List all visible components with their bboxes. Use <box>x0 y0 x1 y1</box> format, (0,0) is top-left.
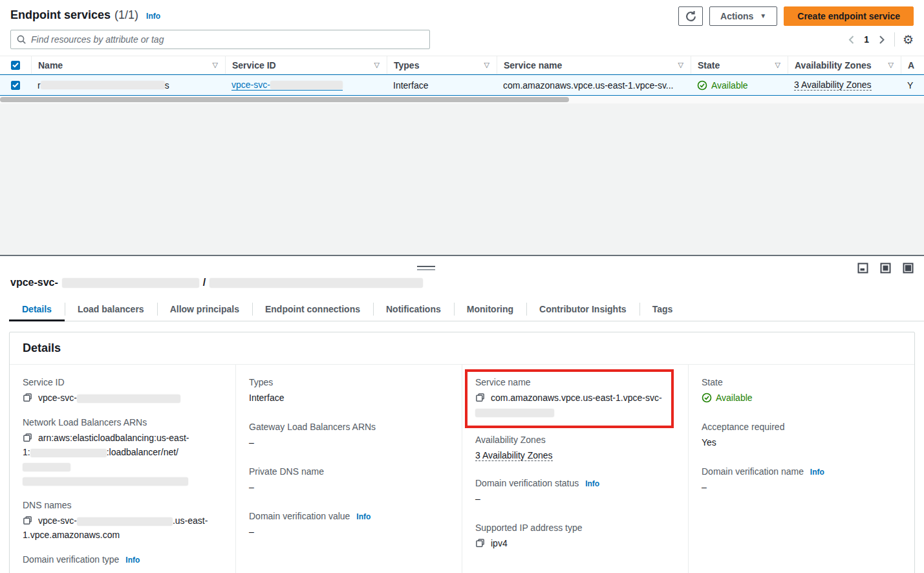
name-text: s <box>165 80 169 91</box>
tab-details[interactable]: Details <box>9 299 65 321</box>
field-label: Domain verification status Info <box>475 478 675 488</box>
tab-endpoint-connections[interactable]: Endpoint connections <box>252 299 373 321</box>
field-label-text: Domain verification value <box>249 511 350 521</box>
detail-tabs: Details Load balancers Allow principals … <box>9 299 924 321</box>
redacted-service-name-tail <box>475 409 554 417</box>
field-label: Availability Zones <box>475 435 675 445</box>
copy-icon[interactable] <box>475 538 485 548</box>
split-panel-drag-handle[interactable] <box>417 266 435 270</box>
field-types: Types Interface <box>249 377 449 405</box>
next-page-button[interactable] <box>877 34 886 46</box>
check-circle-icon <box>697 80 707 91</box>
service-id-link[interactable]: vpce-svc- <box>231 80 343 91</box>
check-icon <box>12 62 19 68</box>
horizontal-scrollbar-thumb[interactable] <box>0 97 569 102</box>
info-link[interactable]: Info <box>125 556 140 565</box>
tab-load-balancers[interactable]: Load balancers <box>65 299 157 321</box>
previous-page-button[interactable] <box>846 34 856 46</box>
tab-notifications[interactable]: Notifications <box>373 299 454 321</box>
panel-size-half-icon[interactable] <box>880 263 891 274</box>
field-domain-verification-value: Domain verification value Info – <box>249 511 449 539</box>
field-value: – <box>702 480 901 494</box>
table-header-row: Name ▽ Service ID ▽ Types ▽ Service name… <box>0 56 924 74</box>
redacted-dns-id <box>77 517 173 526</box>
field-value: – <box>249 524 449 539</box>
header-info-link[interactable]: Info <box>146 12 160 21</box>
page-header: Endpoint services (1/1) Info Actions ▼ C… <box>0 0 924 27</box>
info-link[interactable]: Info <box>585 479 599 488</box>
field-service-name: Service name com.amazonaws.vpce.us-east-… <box>475 377 665 419</box>
field-dns-names: DNS names vpce-svc-.us-east- 1.vpce.amaz… <box>23 500 222 542</box>
field-domain-verification-name: Domain verification name Info – <box>702 466 901 494</box>
copy-icon[interactable] <box>23 433 32 442</box>
field-value: com.amazonaws.vpce.us-east-1.vpce-svc- <box>475 391 665 419</box>
page-number[interactable]: 1 <box>864 34 869 45</box>
info-link[interactable]: Info <box>810 468 824 477</box>
details-card-heading: Details <box>10 332 914 365</box>
availability-zones-link[interactable]: 3 Availability Zones <box>794 80 872 91</box>
state-label: Available <box>716 391 753 405</box>
actions-button[interactable]: Actions ▼ <box>709 6 777 26</box>
field-label: Private DNS name <box>249 466 449 477</box>
field-label: Domain verification value Info <box>249 511 449 521</box>
split-panel: vpce-svc- / Details Load balancers Allow… <box>0 255 924 573</box>
caret-down-icon: ▼ <box>760 13 766 19</box>
field-label: DNS names <box>23 500 222 510</box>
create-endpoint-service-button[interactable]: Create endpoint service <box>784 6 914 26</box>
column-header-acceptance: A <box>901 56 924 74</box>
content-background <box>0 103 924 255</box>
field-value: Yes <box>702 435 901 449</box>
chevron-right-icon <box>878 35 885 45</box>
row-select-cell <box>0 75 31 95</box>
sort-icon[interactable]: ▽ <box>775 61 781 69</box>
sort-icon[interactable]: ▽ <box>678 61 684 69</box>
table-settings-gear-icon[interactable]: ⚙ <box>903 34 914 46</box>
column-header-name: Name ▽ <box>31 56 225 74</box>
field-value: – <box>249 480 449 494</box>
panel-size-full-icon[interactable] <box>903 263 914 274</box>
search-box <box>10 30 430 49</box>
field-label-text: Domain verification type <box>23 554 119 565</box>
refresh-icon <box>685 10 697 23</box>
field-value: 3 Availability Zones <box>475 448 675 462</box>
tab-contributor-insights[interactable]: Contributor Insights <box>526 299 639 321</box>
dns-text: .us-east- <box>173 515 208 526</box>
tab-allow-principals[interactable]: Allow principals <box>157 299 252 321</box>
tab-monitoring[interactable]: Monitoring <box>454 299 526 321</box>
copy-icon[interactable] <box>23 393 32 402</box>
info-link[interactable]: Info <box>356 512 371 521</box>
refresh-button[interactable] <box>678 6 703 26</box>
redacted-title-id <box>62 278 199 288</box>
panel-position-bottom-icon[interactable] <box>857 263 868 274</box>
endpoint-services-list-section: Endpoint services (1/1) Info Actions ▼ C… <box>0 0 924 103</box>
row-checkbox[interactable] <box>11 81 20 90</box>
availability-zones-link[interactable]: 3 Availability Zones <box>475 450 553 461</box>
copy-icon[interactable] <box>23 515 32 525</box>
resource-counter: (1/1) <box>114 8 138 22</box>
cell-name: r s <box>31 75 225 95</box>
copy-icon[interactable] <box>475 393 485 402</box>
select-all-checkbox[interactable] <box>11 61 20 70</box>
field-value: vpce-svc- <box>23 391 222 405</box>
search-input[interactable] <box>31 34 424 45</box>
field-label: Service ID <box>23 377 222 387</box>
table-row[interactable]: r s vpce-svc- Interface com.amazonaws.vp… <box>0 74 924 96</box>
field-value: ipv4 <box>475 536 675 550</box>
tab-tags[interactable]: Tags <box>639 299 686 321</box>
sort-icon[interactable]: ▽ <box>484 61 490 69</box>
field-domain-verification-type: Domain verification type Info – <box>23 554 222 573</box>
sort-icon[interactable]: ▽ <box>212 61 219 69</box>
horizontal-scrollbar <box>0 96 924 103</box>
sort-icon[interactable]: ▽ <box>374 61 380 69</box>
cell-state: Available <box>691 75 788 95</box>
cell-types: Interface <box>387 75 497 95</box>
redacted-arn-tail <box>23 477 188 486</box>
field-label: Supported IP address type <box>475 523 675 533</box>
pagination-divider <box>894 32 895 47</box>
cell-service-id: vpce-svc- <box>225 75 387 95</box>
field-nlb-arns: Network Load Balancers ARNs arn:aws:elas… <box>23 417 222 488</box>
field-label: Gateway Load Balancers ARNs <box>249 422 449 432</box>
actions-button-label: Actions <box>720 11 753 21</box>
sort-icon[interactable]: ▽ <box>888 61 894 69</box>
select-all-cell <box>0 56 31 74</box>
